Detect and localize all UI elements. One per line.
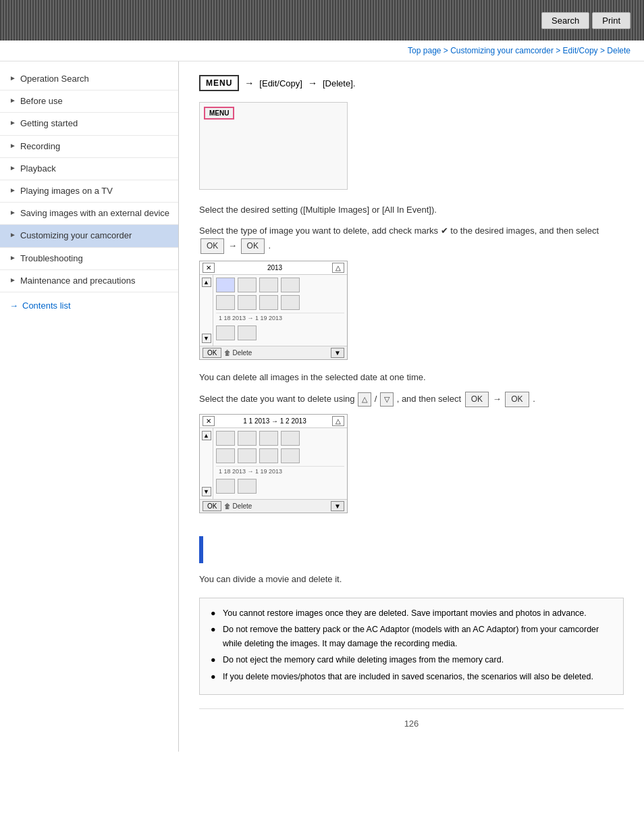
grid-cell[interactable]: [259, 295, 278, 310]
grid-row: [216, 431, 344, 446]
sidebar-label: Maintenance and precautions: [20, 275, 171, 287]
search-button[interactable]: Search: [541, 12, 589, 29]
grid-cell[interactable]: [216, 431, 235, 446]
note-item: ● If you delete movies/photos that are i…: [211, 670, 612, 684]
period2: .: [533, 394, 535, 404]
scroll-up-btn[interactable]: ▲: [202, 278, 211, 287]
sidebar: ► Operation Search ► Before use ► Gettin…: [0, 61, 179, 752]
note-text: Do not remove the battery pack or the AC…: [223, 623, 612, 652]
note-text: Do not eject the memory card while delet…: [223, 653, 504, 667]
sidebar-item-before-use[interactable]: ► Before use: [0, 90, 178, 113]
flow-text: [Edit/Copy]: [259, 78, 302, 88]
bullet-icon: ●: [211, 653, 219, 667]
chevron-right-icon: ►: [9, 74, 16, 83]
grid-side-controls: ▲ ▼: [200, 275, 213, 346]
sidebar-item-getting-started[interactable]: ► Getting started: [0, 113, 178, 135]
sidebar-item-recording[interactable]: ► Recording: [0, 136, 178, 158]
grid-cell[interactable]: [216, 295, 235, 310]
close-btn[interactable]: ✕: [203, 263, 215, 273]
sidebar-label: Operation Search: [20, 73, 171, 85]
print-button[interactable]: Print: [592, 12, 630, 29]
sidebar-item-playback[interactable]: ► Playback: [0, 158, 178, 180]
sidebar-item-operation-search[interactable]: ► Operation Search: [0, 68, 178, 90]
breadcrumb-delete[interactable]: Delete: [607, 46, 630, 55]
grid-cell[interactable]: [238, 278, 257, 292]
blue-bar-section: [199, 525, 624, 569]
sidebar-item-troubleshooting[interactable]: ► Troubleshooting: [0, 248, 178, 270]
contents-list-label: Contents list: [22, 301, 71, 311]
ok-footer-btn-2[interactable]: OK: [203, 501, 221, 511]
period: .: [269, 240, 271, 251]
breadcrumb-customizing[interactable]: Customizing your camcorder: [450, 46, 554, 55]
step2-text-part2: to the desired images, and then select: [450, 226, 599, 236]
chevron-right-icon: ►: [9, 208, 16, 217]
grid-cell[interactable]: [281, 278, 300, 292]
star-icon-2: △: [332, 416, 344, 426]
ok-button-inline: OK: [200, 238, 224, 254]
grid-cell[interactable]: [259, 278, 278, 292]
grid-footer: OK 🗑 Delete ▼: [200, 346, 347, 359]
breadcrumb-edit-copy[interactable]: Edit/Copy: [563, 46, 598, 55]
grid-cell[interactable]: [238, 325, 257, 340]
checkmark-icon: ✔: [441, 226, 451, 236]
star-icon: △: [332, 263, 344, 273]
sidebar-item-maintenance[interactable]: ► Maintenance and precautions: [0, 270, 178, 292]
grid-cell[interactable]: [238, 295, 257, 310]
scroll-down-btn-2[interactable]: ▼: [202, 487, 211, 496]
step3-text2: Select the date you want to delete using…: [199, 392, 624, 407]
slash: /: [375, 394, 379, 404]
breadcrumb: Top page > Customizing your camcorder > …: [0, 41, 644, 61]
chevron-right-icon: ►: [9, 163, 16, 173]
grid-body: ▲ ▼: [200, 275, 347, 346]
grid-cell[interactable]: [216, 325, 235, 340]
grid-date-2: 1 1 2013 → 1 2 2013: [217, 417, 332, 425]
grid-cell[interactable]: [216, 278, 235, 292]
grid-cell[interactable]: [216, 448, 235, 463]
sidebar-item-playing-images[interactable]: ► Playing images on a TV: [0, 180, 178, 203]
grid-cell[interactable]: [238, 431, 257, 446]
step3-text1: You can delete all images in the selecte…: [199, 371, 624, 385]
sidebar-label: Playback: [20, 163, 171, 175]
grid-cell[interactable]: [238, 448, 257, 463]
menu-screenshot: MENU: [199, 102, 348, 190]
note-item: ● Do not remove the battery pack or the …: [211, 623, 612, 652]
grid-date-range-2: 1 18 2013 → 1 19 2013: [216, 466, 344, 476]
sidebar-item-customizing[interactable]: ► Customizing your camcorder: [0, 225, 178, 247]
flow-text2: [Delete].: [323, 78, 355, 88]
ok-footer-btn[interactable]: OK: [203, 348, 221, 358]
chevron-right-icon: ►: [9, 230, 16, 240]
grid-cell[interactable]: [216, 479, 235, 494]
grid-cell[interactable]: [281, 431, 300, 446]
note-item: ● Do not eject the memory card while del…: [211, 653, 612, 667]
scroll-down-btn[interactable]: ▼: [202, 334, 211, 343]
grid-cell[interactable]: [281, 448, 300, 463]
grid-cell[interactable]: [238, 479, 257, 494]
close-btn-2[interactable]: ✕: [203, 416, 215, 426]
sidebar-label: Troubleshooting: [20, 253, 171, 265]
step2-text: Select the type of image you want to del…: [199, 224, 624, 254]
ok-btn3a: OK: [465, 392, 489, 407]
note-item: ● You cannot restore images once they ar…: [211, 606, 612, 621]
nav-down-footer[interactable]: ▼: [331, 348, 344, 358]
menu-flow: MENU → [Edit/Copy] → [Delete].: [199, 75, 624, 91]
step1-text: Select the desired setting ([Multiple Im…: [199, 203, 624, 217]
header-buttons: Search Print: [541, 12, 630, 29]
chevron-right-icon: ►: [9, 96, 16, 105]
grid-cells: 1 18 2013 → 1 19 2013: [213, 275, 347, 346]
grid-side-2: ▲ ▼: [200, 428, 213, 499]
grid-cell[interactable]: [281, 295, 300, 310]
delete-footer: 🗑 Delete: [224, 349, 252, 357]
grid-date-range: 1 18 2013 → 1 19 2013: [216, 313, 344, 323]
note-text: You cannot restore images once they are …: [223, 606, 587, 621]
grid-cell[interactable]: [259, 448, 278, 463]
bullet-icon: ●: [211, 670, 219, 684]
grid-cell[interactable]: [259, 431, 278, 446]
scroll-up-btn-2[interactable]: ▲: [202, 431, 211, 440]
delete-label-2: Delete: [232, 502, 252, 510]
nav-down-footer-2[interactable]: ▼: [331, 501, 344, 511]
sidebar-label: Before use: [20, 95, 171, 107]
breadcrumb-top[interactable]: Top page: [408, 46, 441, 55]
sidebar-item-saving-images[interactable]: ► Saving images with an external device: [0, 203, 178, 225]
chevron-right-icon: ►: [9, 276, 16, 285]
contents-list-link[interactable]: → Contents list: [0, 292, 178, 319]
